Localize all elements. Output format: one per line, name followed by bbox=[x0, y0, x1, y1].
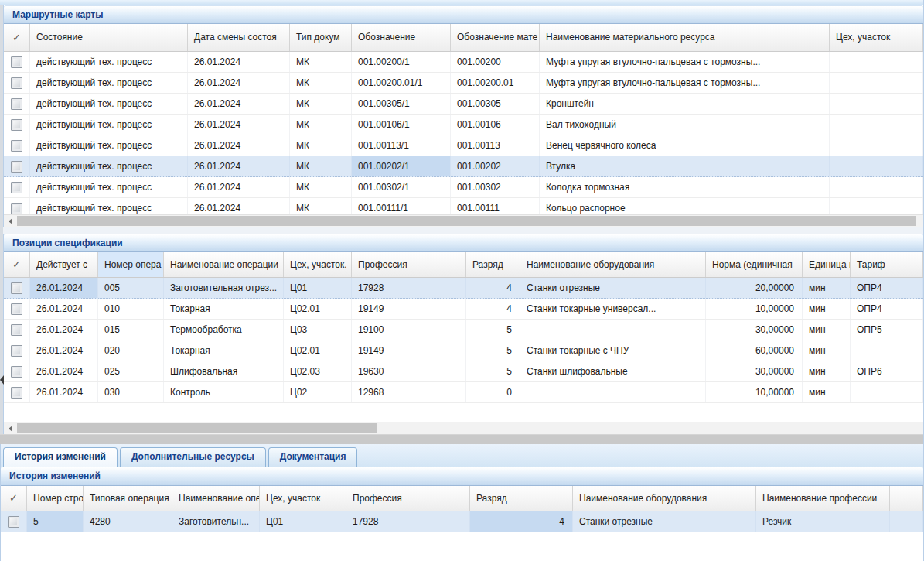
header-workshop[interactable]: Цех, участок bbox=[260, 486, 346, 511]
table-row[interactable]: 26.01.2024 020 Токарная Ц02.01 19149 5 С… bbox=[4, 340, 923, 361]
spec-horizontal-scrollbar[interactable] bbox=[4, 422, 923, 434]
cell-workshop[interactable]: Ц01 bbox=[284, 278, 352, 298]
cell-grade[interactable]: 0 bbox=[466, 382, 520, 402]
cell-norm[interactable]: 20,00000 bbox=[706, 278, 803, 298]
header-op-number-sorted[interactable]: Номер опера bbox=[98, 252, 164, 277]
cell-state[interactable]: действующий тех. процесс bbox=[30, 156, 188, 176]
route-maps-horizontal-scrollbar[interactable] bbox=[4, 214, 923, 227]
cell-date[interactable]: 26.01.2024 bbox=[188, 115, 290, 135]
cell-workshop[interactable] bbox=[830, 198, 923, 214]
cell-designation[interactable]: 001.00111/1 bbox=[352, 198, 451, 214]
cell-op-name[interactable]: Заготовительная отрез... bbox=[164, 278, 284, 298]
cell-op-name[interactable]: Заготовительн... bbox=[172, 511, 260, 532]
cell-designation[interactable]: 001.00305/1 bbox=[352, 94, 451, 114]
cell-doc-type[interactable]: МК bbox=[290, 52, 352, 72]
table-row[interactable]: 26.01.2024 030 Контроль Ц02 12968 0 10,0… bbox=[4, 382, 923, 403]
left-panel-collapse-handle[interactable] bbox=[0, 375, 4, 385]
cell-mat-designation[interactable]: 001.00200 bbox=[451, 52, 540, 72]
cell-designation[interactable]: 001.00200/1 bbox=[352, 52, 451, 72]
cell-mat-designation[interactable]: 001.00202 bbox=[451, 156, 540, 176]
cell-grade[interactable]: 5 bbox=[466, 340, 520, 361]
header-doc-type[interactable]: Тип докум bbox=[290, 24, 352, 51]
header-tariff[interactable]: Тариф bbox=[851, 252, 923, 277]
cell-op-number[interactable]: 030 bbox=[98, 382, 164, 402]
cell-mat-name[interactable]: Муфта упругая втулочно-пальцевая с тормо… bbox=[540, 52, 830, 72]
cell-grade[interactable]: 4 bbox=[466, 299, 520, 319]
cell-workshop[interactable] bbox=[830, 135, 923, 156]
row-checkbox[interactable] bbox=[8, 516, 19, 528]
cell-date[interactable]: 26.01.2024 bbox=[188, 94, 290, 114]
table-row[interactable]: действующий тех. процесс 26.01.2024 МК 0… bbox=[4, 73, 923, 94]
table-row-selected[interactable]: действующий тех. процесс 26.01.2024 МК 0… bbox=[4, 156, 923, 177]
cell-op-number[interactable]: 025 bbox=[98, 361, 164, 381]
cell-equipment[interactable] bbox=[520, 382, 706, 402]
cell-workshop[interactable]: Ц02.03 bbox=[284, 361, 352, 381]
cell-equipment[interactable]: Станки отрезные bbox=[520, 278, 706, 298]
scrollbar-thumb[interactable] bbox=[17, 423, 377, 433]
cell-effective-from[interactable]: 26.01.2024 bbox=[30, 340, 98, 361]
cell-op-name[interactable]: Контроль bbox=[164, 382, 284, 402]
cell-norm[interactable]: 10,00000 bbox=[706, 382, 803, 402]
header-designation[interactable]: Обозначение bbox=[352, 24, 451, 51]
cell-effective-from[interactable]: 26.01.2024 bbox=[30, 382, 98, 402]
row-checkbox[interactable] bbox=[11, 303, 22, 315]
cell-equipment[interactable]: Станки токарные с ЧПУ bbox=[520, 340, 706, 361]
table-row-selected[interactable]: 26.01.2024 005 Заготовительная отрез... … bbox=[4, 278, 923, 299]
cell-mat-name[interactable]: Вал тихоходный bbox=[540, 115, 830, 135]
row-checkbox[interactable] bbox=[11, 98, 22, 110]
cell-op-number[interactable]: 005 bbox=[98, 278, 164, 298]
table-row[interactable]: действующий тех. процесс 26.01.2024 МК 0… bbox=[4, 177, 923, 198]
cell-profession[interactable]: 17928 bbox=[346, 511, 470, 532]
cell-doc-type[interactable]: МК bbox=[290, 135, 352, 156]
header-mat-designation[interactable]: Обозначение мате bbox=[451, 24, 540, 51]
horizontal-splitter[interactable] bbox=[0, 434, 923, 444]
row-checkbox[interactable] bbox=[11, 119, 22, 131]
cell-mat-name[interactable]: Кронштейн bbox=[540, 94, 830, 114]
header-effective-from[interactable]: Действует с bbox=[30, 252, 98, 277]
row-checkbox[interactable] bbox=[11, 161, 22, 173]
cell-mat-name[interactable]: Колодка тормозная bbox=[540, 177, 830, 197]
select-all-header[interactable]: ✓ bbox=[1, 486, 27, 511]
table-row-selected[interactable]: 5 4280 Заготовительн... Ц01 17928 4 Стан… bbox=[1, 511, 923, 532]
cell-tariff[interactable]: ОПР4 bbox=[851, 299, 923, 319]
row-checkbox[interactable] bbox=[11, 203, 22, 214]
row-checkbox[interactable] bbox=[11, 140, 22, 152]
cell-mat-name[interactable]: Муфта упругая втулочно-пальцевая с тормо… bbox=[540, 73, 830, 93]
header-profession[interactable]: Профессия bbox=[352, 252, 466, 277]
cell-tariff[interactable] bbox=[851, 382, 923, 402]
cell-state[interactable]: действующий тех. процесс bbox=[30, 198, 188, 214]
cell-date[interactable]: 26.01.2024 bbox=[188, 177, 290, 197]
cell-tariff[interactable]: ОПР6 bbox=[851, 361, 923, 381]
cell-tariff[interactable] bbox=[851, 340, 923, 361]
cell-doc-type[interactable]: МК bbox=[290, 94, 352, 114]
cell-grade-focused[interactable]: 4 bbox=[470, 511, 573, 532]
table-row[interactable]: действующий тех. процесс 26.01.2024 МК 0… bbox=[4, 94, 923, 115]
cell-unit[interactable]: мин bbox=[803, 299, 851, 319]
cell-op-name[interactable]: Термообработка bbox=[164, 320, 284, 340]
header-profession[interactable]: Профессия bbox=[346, 486, 470, 511]
cell-designation[interactable]: 001.00106/1 bbox=[352, 115, 451, 135]
cell-profession[interactable]: 17928 bbox=[352, 278, 466, 298]
row-checkbox[interactable] bbox=[11, 282, 22, 294]
header-unit[interactable]: Единица и bbox=[803, 252, 851, 277]
cell-mat-designation[interactable]: 001.00200.01 bbox=[451, 73, 540, 93]
cell-doc-type[interactable]: МК bbox=[290, 198, 352, 214]
cell-mat-designation[interactable]: 001.00113 bbox=[451, 135, 540, 156]
cell-grade[interactable]: 5 bbox=[466, 320, 520, 340]
cell-equipment[interactable]: Станки шлифовальные bbox=[520, 361, 706, 381]
cell-workshop[interactable]: Ц02.01 bbox=[284, 299, 352, 319]
row-checkbox[interactable] bbox=[11, 387, 22, 399]
cell-workshop[interactable]: Ц02 bbox=[284, 382, 352, 402]
row-checkbox[interactable] bbox=[11, 182, 22, 193]
cell-tariff[interactable]: ОПР4 bbox=[851, 278, 923, 298]
header-state[interactable]: Состояние bbox=[30, 24, 188, 51]
cell-workshop[interactable] bbox=[830, 177, 923, 197]
cell-equipment[interactable]: Станки токарные универсал... bbox=[520, 299, 706, 319]
table-row[interactable]: действующий тех. процесс 26.01.2024 МК 0… bbox=[4, 135, 923, 156]
cell-designation[interactable]: 001.00113/1 bbox=[352, 135, 451, 156]
cell-grade[interactable]: 5 bbox=[466, 361, 520, 381]
cell-workshop[interactable]: Ц03 bbox=[284, 320, 352, 340]
cell-unit[interactable]: мин bbox=[803, 340, 851, 361]
cell-unit[interactable]: мин bbox=[803, 278, 851, 298]
cell-typical-op[interactable]: 4280 bbox=[84, 511, 172, 532]
